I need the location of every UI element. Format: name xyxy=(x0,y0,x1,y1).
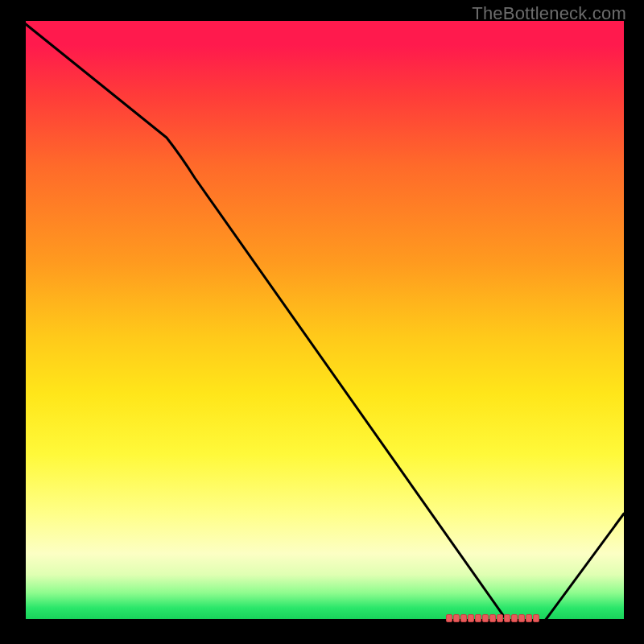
chart-stage: TheBottleneck.com xyxy=(0,0,644,644)
optimal-range-dot xyxy=(453,614,460,622)
optimal-range-dot xyxy=(489,614,496,622)
optimal-range-dot xyxy=(446,614,452,622)
y-axis xyxy=(22,21,26,623)
optimal-range-dot xyxy=(460,614,467,622)
optimal-range-dot xyxy=(533,614,539,622)
optimal-range-dot xyxy=(468,614,474,622)
optimal-range-dot xyxy=(482,614,489,622)
optimal-range-dot xyxy=(518,614,525,622)
watermark-text: TheBottleneck.com xyxy=(472,3,626,24)
optimal-range-dot xyxy=(526,614,532,622)
optimal-range-dot xyxy=(511,614,518,622)
optimal-range-dot xyxy=(504,614,510,622)
chart-plot-area xyxy=(22,21,624,623)
optimal-range-dot xyxy=(475,614,481,622)
optimal-range-dot xyxy=(497,614,503,622)
optimal-range-marker xyxy=(446,614,539,622)
